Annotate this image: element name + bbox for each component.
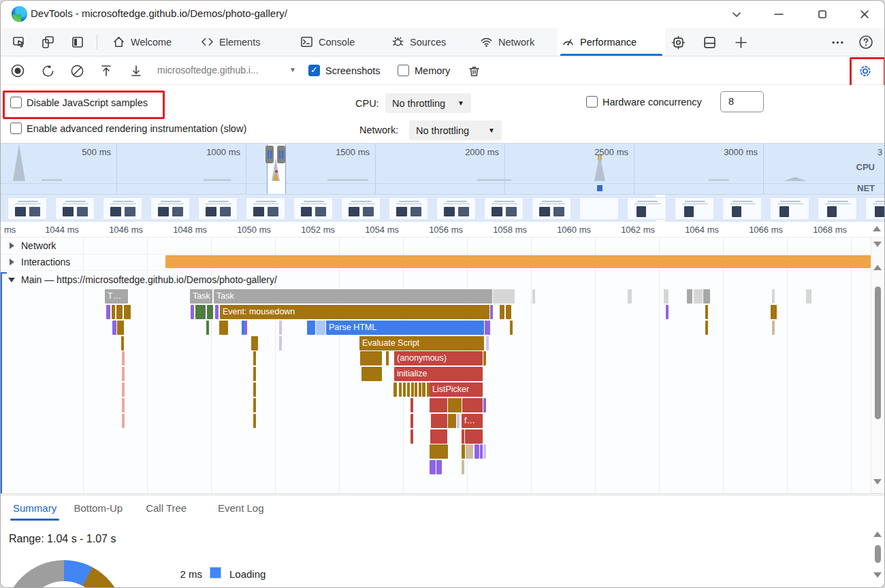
inspect-element-icon[interactable] — [12, 35, 27, 50]
flame-bar[interactable] — [419, 382, 421, 397]
flame-bar[interactable] — [206, 321, 209, 335]
summary-scroll-down-icon[interactable] — [873, 572, 882, 578]
flame-bar[interactable] — [705, 305, 708, 319]
flame-scroll-thumb[interactable] — [875, 287, 881, 419]
flame-bar[interactable] — [361, 367, 382, 381]
flame-bar[interactable]: initialize — [394, 367, 483, 381]
flame-bar[interactable] — [462, 460, 464, 474]
flame-bar[interactable] — [219, 321, 228, 335]
hardware-concurrency-input[interactable]: 8 — [720, 91, 764, 112]
flame-bar[interactable]: Evaluate Script — [359, 336, 484, 350]
flame-bar[interactable] — [112, 305, 115, 319]
flame-bar[interactable] — [251, 336, 258, 350]
summary-scroll-thumb[interactable] — [875, 545, 881, 563]
details-tab-summary[interactable]: Summary — [13, 502, 57, 514]
flame-scrollbar[interactable] — [871, 238, 884, 494]
flame-bar[interactable] — [121, 336, 124, 350]
flame-bar[interactable] — [703, 289, 710, 304]
flame-bar[interactable] — [694, 289, 703, 304]
flame-bar[interactable] — [122, 398, 125, 412]
flame-bar[interactable] — [399, 382, 402, 397]
flame-bar[interactable] — [122, 414, 125, 428]
flame-bar[interactable] — [500, 305, 504, 319]
details-tab-bottom-up[interactable]: Bottom-Up — [74, 502, 123, 514]
flame-bar[interactable] — [436, 460, 442, 474]
devtools-settings-chip-icon[interactable] — [671, 35, 686, 50]
track-network[interactable]: Network — [1, 238, 884, 255]
flame-bar[interactable] — [422, 382, 425, 397]
selection-right-handle[interactable] — [277, 146, 285, 163]
flame-bar[interactable] — [493, 289, 515, 304]
flame-bar[interactable]: Parse HTML — [326, 321, 484, 335]
flame-bar[interactable] — [483, 398, 486, 412]
filmstrip-frame[interactable] — [627, 197, 666, 220]
flame-chart-zone[interactable]: Network Interactions Main — https://micr… — [1, 238, 884, 494]
flame-bar[interactable] — [480, 444, 483, 459]
main-collapse-icon[interactable] — [8, 278, 15, 282]
flame-bar[interactable] — [462, 398, 483, 412]
flame-bar[interactable] — [465, 429, 483, 444]
flame-bar[interactable] — [430, 398, 447, 412]
flame-bar[interactable]: Event: mousedown — [220, 305, 489, 319]
flame-bar[interactable] — [532, 289, 535, 304]
flame-bar[interactable] — [506, 305, 511, 319]
flame-bar[interactable] — [705, 321, 708, 335]
flame-bar[interactable] — [448, 398, 462, 412]
memory-checkbox[interactable] — [398, 65, 409, 76]
flame-bar[interactable] — [279, 321, 282, 335]
flame-bar[interactable] — [666, 305, 669, 319]
flame-bar[interactable] — [411, 429, 413, 444]
flame-bar[interactable] — [430, 444, 448, 459]
device-emulation-icon[interactable] — [40, 35, 55, 50]
flame-bar[interactable] — [122, 382, 125, 397]
scroll-up-icon-top[interactable] — [873, 226, 881, 231]
load-profile-icon[interactable] — [99, 63, 114, 78]
flame-bar[interactable] — [462, 429, 464, 444]
flame-bar[interactable] — [191, 305, 194, 319]
flame-bar[interactable] — [253, 351, 256, 365]
filmstrip-frame[interactable] — [246, 197, 285, 220]
flame-bar[interactable] — [122, 351, 125, 365]
advanced-rendering-checkbox[interactable] — [10, 122, 22, 134]
flame-bar[interactable] — [307, 321, 315, 335]
tab-welcome[interactable]: Welcome — [108, 28, 176, 56]
flame-bar[interactable] — [806, 289, 811, 304]
filmstrip-frame[interactable] — [341, 197, 381, 220]
flame-bar[interactable]: Task — [214, 289, 492, 304]
flame-bar[interactable] — [116, 305, 123, 319]
flame-bar[interactable] — [360, 351, 382, 365]
interactions-expand-icon[interactable] — [10, 259, 14, 265]
flame-bar[interactable] — [486, 336, 489, 350]
flame-bar[interactable] — [244, 321, 247, 335]
track-interactions[interactable]: Interactions — [1, 254, 884, 271]
dock-bottom-icon[interactable] — [702, 35, 717, 50]
flame-bar[interactable] — [411, 398, 413, 412]
filmstrip-frame[interactable] — [770, 197, 809, 220]
flame-bar[interactable] — [253, 414, 256, 428]
filmstrip-frame[interactable] — [579, 197, 619, 220]
screenshots-filmstrip[interactable] — [1, 195, 884, 222]
clear-recording-button[interactable] — [69, 63, 84, 78]
flame-bar[interactable] — [253, 382, 256, 397]
flame-bar[interactable] — [430, 429, 447, 444]
flame-bar[interactable] — [687, 289, 692, 304]
scroll-down-icon[interactable] — [873, 479, 882, 485]
summary-scroll-up-icon[interactable] — [873, 532, 882, 537]
flame-bar[interactable] — [474, 444, 479, 459]
tab-performance[interactable]: Performance — [558, 28, 665, 56]
flame-bar[interactable] — [430, 460, 436, 474]
filmstrip-frame[interactable] — [55, 197, 95, 220]
flame-bar[interactable] — [771, 305, 777, 319]
timeline-overview[interactable]: CPU NET 500 ms1000 ms1500 ms2000 ms2500 … — [1, 144, 884, 195]
flame-bar[interactable] — [411, 382, 414, 397]
scroll-down-icon-upper[interactable] — [873, 242, 882, 247]
track-main[interactable]: Main — https://microsoftedge.github.io/D… — [1, 272, 884, 288]
flame-bar[interactable] — [490, 305, 493, 319]
filmstrip-frame[interactable] — [293, 197, 333, 220]
flame-bar[interactable] — [664, 289, 669, 304]
tab-sources[interactable]: Sources — [387, 28, 450, 56]
filmstrip-frame[interactable] — [7, 197, 47, 220]
close-button[interactable] — [854, 5, 875, 24]
flame-bar[interactable] — [411, 414, 413, 428]
tab-console[interactable]: Console — [296, 28, 359, 56]
